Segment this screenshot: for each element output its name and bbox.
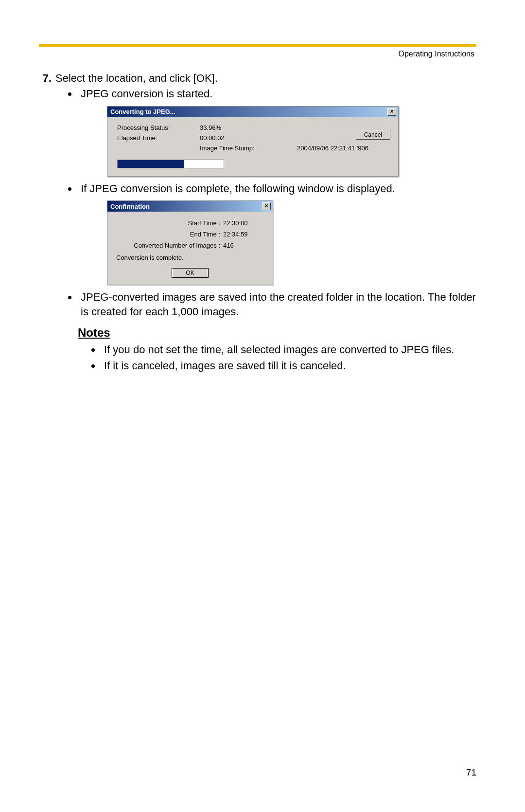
converting-dialog: Converting to JPEG... × Processing Statu… — [107, 106, 399, 177]
running-head: Operating Instructions — [39, 50, 476, 58]
confirmation-dialog-wrap: Confirmation × Start Time : 22:30:00 End… — [107, 200, 476, 285]
end-time-value: 22:34:59 — [223, 231, 264, 238]
bullet-conversion-complete: If JPEG conversion is complete, the foll… — [78, 181, 476, 196]
converting-dialog-title: Converting to JPEG... — [110, 108, 175, 115]
note-canceled: If it is canceled, images are saved till… — [101, 359, 476, 373]
processing-status-value: 33.96% — [200, 124, 297, 131]
bullet-saved-folder: JPEG-converted images are saved into the… — [78, 290, 476, 319]
ok-button[interactable]: OK — [172, 268, 208, 278]
bullet-jpeg-started: JPEG conversion is started. — [78, 87, 476, 101]
converting-dialog-body: Processing Status: 33.96% Cancel Elapsed… — [107, 117, 398, 176]
conversion-complete-message: Conversion is complete. — [116, 254, 264, 261]
page-number: 71 — [466, 767, 476, 778]
close-icon[interactable]: × — [262, 202, 271, 210]
end-time-label: End Time : — [116, 231, 223, 238]
processing-status-label: Processing Status: — [117, 124, 200, 131]
confirmation-dialog-titlebar: Confirmation × — [107, 201, 273, 212]
confirmation-dialog-title: Confirmation — [110, 203, 150, 210]
cancel-button[interactable]: Cancel — [356, 130, 390, 140]
elapsed-time-label: Elapsed Time: — [117, 134, 200, 142]
start-time-value: 22:30:00 — [223, 219, 264, 227]
note-no-time: If you do not set the time, all selected… — [101, 343, 476, 357]
converting-dialog-wrap: Converting to JPEG... × Processing Statu… — [107, 106, 476, 177]
converting-dialog-titlebar: Converting to JPEG... × — [107, 107, 398, 117]
confirmation-dialog-body: Start Time : 22:30:00 End Time : 22:34:5… — [107, 212, 273, 285]
document-page: Operating Instructions 7. Select the loc… — [0, 0, 525, 812]
step-text: Select the location, and click [OK]. — [55, 72, 476, 85]
step-number: 7. — [39, 72, 55, 85]
header-rule — [39, 44, 476, 47]
elapsed-time-value: 00:00:02 — [200, 134, 297, 142]
confirmation-dialog: Confirmation × Start Time : 22:30:00 End… — [107, 200, 273, 285]
converted-count-label: Converted Number of Images : — [116, 242, 223, 249]
step-7: 7. Select the location, and click [OK]. — [39, 72, 476, 85]
start-time-label: Start Time : — [116, 219, 223, 227]
notes-heading: Notes — [78, 326, 476, 340]
progress-fill — [118, 160, 184, 168]
progress-bar — [117, 160, 224, 168]
close-icon[interactable]: × — [387, 108, 396, 116]
converted-count-value: 416 — [223, 242, 264, 249]
image-time-stump-label: Image Time Stump: — [200, 144, 297, 152]
image-time-stump-value: 2004/09/06 22:31:41 '906 — [297, 144, 390, 152]
